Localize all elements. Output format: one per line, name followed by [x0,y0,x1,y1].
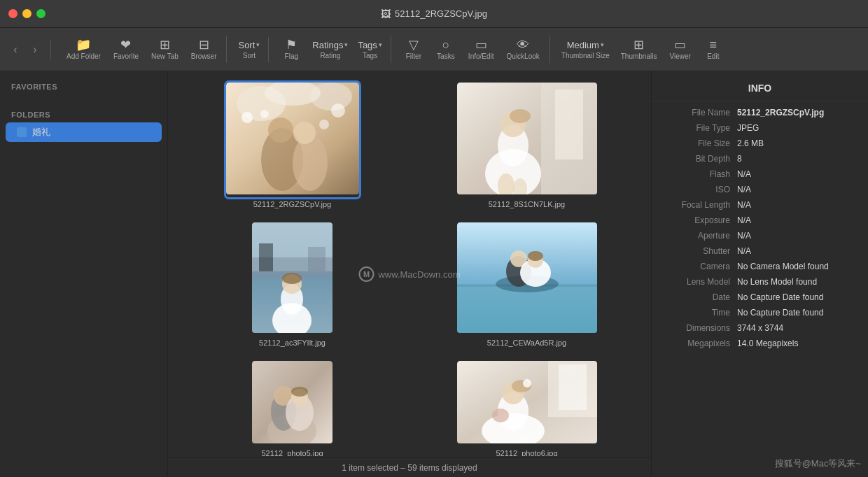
info-key-date: Date [660,292,737,304]
info-value-flash: N/A [737,169,860,180]
photo-grid: 52112_2RGZSCpV.jpg [168,71,651,456]
info-key-focal: Focal Length [660,200,737,211]
edit-button[interactable]: ≡ Edit [698,36,729,63]
photo-name-2: 52112_8S1CN7LK.jpg [489,200,565,208]
info-row-filename: File Name 52112_2RGZSCpV.jpg [652,106,868,121]
viewer-icon: ▭ [674,38,686,51]
svg-rect-25 [308,247,326,271]
info-value-focal: N/A [737,200,860,211]
file-icon: 🖼 [381,8,391,20]
photo-image-4 [457,222,597,333]
status-text: 1 item selected – 59 items displayed [342,463,477,473]
svg-point-9 [331,104,345,118]
info-value-filename: 52112_2RGZSCpV.jpg [737,108,860,119]
photo-thumb-1[interactable] [226,83,359,197]
photo-item-3[interactable]: 52112_ac3FYIlt.jpg [182,222,402,347]
favorite-icon: ❤ [120,38,131,51]
sidebar: FAVORITES FOLDERS 婚礼 [0,71,168,477]
info-key-aperture: Aperture [660,231,737,242]
info-value-megapixels: 14.0 Megapixels [737,339,860,350]
photo-thumb-4[interactable] [457,222,597,336]
photo-item-5[interactable]: 52112_photo5.jpg [182,361,402,456]
thumbnail-size-arrow-icon: ▾ [601,41,604,48]
thumbnails-button[interactable]: ⊞ Thumbnails [615,36,663,63]
maximize-button[interactable] [36,9,46,18]
info-key-megapixels: Megapixels [660,339,737,350]
photo-item-4[interactable]: 52112_CEWaAd5R.jpg [416,222,637,347]
info-key-lens: Lens Model [660,277,737,288]
photo-item-6[interactable]: 52112_photo6.jpg [416,361,637,456]
titlebar: 🖼 52112_2RGZSCpV.jpg [0,0,868,28]
toolbar: ‹ › 📁 Add Folder ❤ Favorite ⊞ New Tab ⊟ … [0,28,868,71]
favorite-button[interactable]: ❤ Favorite [108,36,144,63]
svg-point-45 [291,387,308,397]
toolbar-group-sort: Sort ▾ Sort [230,37,269,62]
filter-button[interactable]: ▽ Filter [398,36,429,63]
title-text: 52112_2RGZSCpV.jpg [395,8,487,19]
minimize-button[interactable] [22,9,31,18]
close-button[interactable] [8,9,18,18]
info-value-iso: N/A [737,185,860,196]
svg-point-7 [293,122,316,144]
back-button[interactable]: ‹ [6,40,25,59]
info-key-camera: Camera [660,262,737,273]
info-edit-button[interactable]: ▭ Info/Edit [463,36,500,63]
svg-rect-24 [259,243,273,271]
new-tab-icon: ⊞ [160,38,170,51]
tags-dropdown[interactable]: Tags ▾ Tags [354,37,386,62]
photo-thumb-3[interactable] [252,222,332,336]
viewer-button[interactable]: ▭ Viewer [664,36,696,63]
info-value-bitdepth: 8 [737,154,860,165]
sidebar-item-wedding[interactable]: 婚礼 [6,122,162,142]
info-value-exposure: N/A [737,215,860,227]
quicklook-icon: 👁 [517,38,529,51]
photo-image-1 [226,83,359,194]
nav-arrows: ‹ › [6,40,51,59]
photo-name-4: 52112_CEWaAd5R.jpg [487,339,566,347]
flag-icon: ⚑ [286,38,297,51]
window-controls [8,9,46,18]
sort-arrow-icon: ▾ [256,41,260,48]
info-row-filesize: File Size 2.6 MB [652,136,868,152]
photo-item-2[interactable]: 52112_8S1CN7LK.jpg [416,83,637,208]
info-row-dimensions: Dimensions 3744 x 3744 [652,321,868,336]
photo-thumb-5[interactable] [252,361,332,446]
sort-dropdown[interactable]: Sort ▾ Sort [234,37,264,62]
info-row-exposure: Exposure N/A [652,213,868,229]
new-tab-button[interactable]: ⊞ New Tab [146,36,184,63]
quicklook-button[interactable]: 👁 QuickLook [501,36,545,63]
folder-name: 婚礼 [32,126,50,138]
flag-button[interactable]: ⚑ Flag [276,36,307,63]
browser-button[interactable]: ⊟ Browser [186,36,223,63]
photo-thumb-2[interactable] [457,83,597,197]
photo-item-1[interactable]: 52112_2RGZSCpV.jpg [182,83,402,208]
info-value-camera: No Camera Model found [737,262,860,273]
photo-image-5 [252,361,332,443]
info-edit-icon: ▭ [475,38,487,51]
info-key-bitdepth: Bit Depth [660,154,737,165]
svg-point-8 [241,112,253,123]
svg-point-6 [268,118,293,143]
tasks-button[interactable]: ○ Tasks [430,36,461,63]
info-row-shutter: Shutter N/A [652,244,868,259]
toolbar-group-tools: ▽ Filter ○ Tasks ▭ Info/Edit 👁 QuickLook [394,36,550,63]
thumbnail-size-dropdown[interactable]: Medium ▾ Thumbnail Size [557,37,614,62]
add-folder-button[interactable]: 📁 Add Folder [61,36,106,63]
add-folder-icon: 📁 [76,38,91,51]
info-row-filetype: File Type JPEG [652,121,868,136]
forward-button[interactable]: › [25,40,45,59]
info-value-dimensions: 3744 x 3744 [737,323,860,334]
photo-thumb-6[interactable] [457,361,597,446]
favorites-section-title: FAVORITES [0,80,167,94]
info-key-shutter: Shutter [660,246,737,257]
info-key-filetype: File Type [660,123,737,134]
info-row-date: Date No Capture Date found [652,290,868,306]
rating-arrow-icon: ▾ [344,41,348,48]
photo-name-6: 52112_photo6.jpg [496,449,557,456]
info-key-filename: File Name [660,108,737,119]
photo-image-3 [252,222,332,333]
info-value-filetype: JPEG [737,123,860,134]
rating-dropdown[interactable]: Ratings ▾ Rating [308,37,352,62]
info-value-lens: No Lens Model found [737,277,860,288]
svg-point-53 [523,379,531,387]
